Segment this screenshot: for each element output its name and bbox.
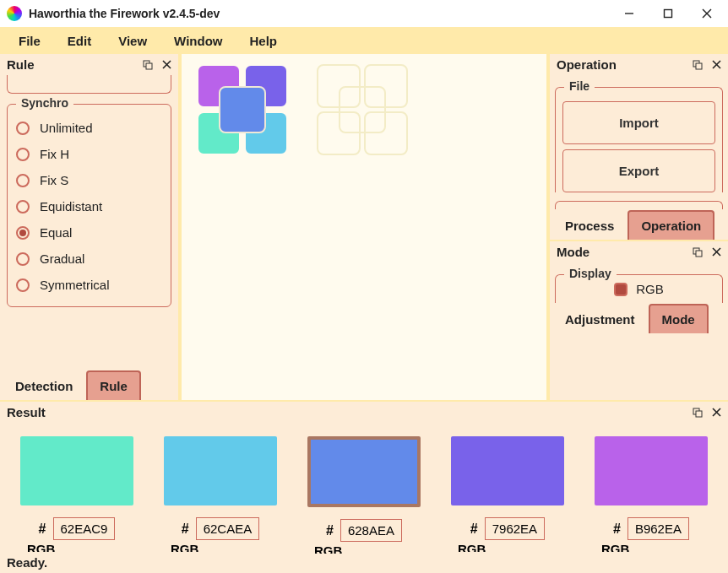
radio-unlimited[interactable]: Unlimited [16, 115, 162, 141]
result-swatch[interactable]: #628AEARGB [307, 436, 421, 554]
close-icon[interactable] [709, 406, 723, 419]
radio-label: Gradual [40, 251, 84, 266]
swatch-color[interactable] [595, 436, 708, 505]
window-title: Haworthia the Firework v2.4.5-dev [29, 7, 220, 20]
titlebar: Haworthia the Firework v2.4.5-dev [0, 0, 728, 27]
hex-input[interactable]: 62CAEA [196, 517, 260, 540]
swatch-color[interactable] [164, 436, 277, 505]
result-panel-title: Result [7, 405, 686, 419]
hash-label: # [470, 522, 478, 537]
file-legend: File [564, 79, 595, 93]
fieldset-cut-top [7, 75, 171, 94]
dock-icon[interactable] [691, 406, 704, 419]
format-label-cut: RGB [307, 543, 342, 554]
synchro-legend: Synchro [16, 96, 73, 110]
radio-label: Fix H [40, 147, 69, 161]
radio-label: Symmetrical [40, 278, 110, 292]
menu-help[interactable]: Help [237, 30, 289, 51]
svg-rect-5 [146, 63, 152, 69]
hash-label: # [326, 523, 334, 538]
rule-panel-title: Rule [7, 57, 136, 72]
radio-icon [16, 200, 30, 214]
radio-label: Equal [40, 225, 72, 240]
hash-label: # [182, 522, 189, 537]
tab-operation[interactable]: Operation [627, 210, 714, 240]
menubar: File Edit View Window Help [0, 27, 728, 54]
color-wheel[interactable] [193, 64, 303, 159]
status-bar: Ready. [0, 554, 728, 573]
wheel-swatch-center[interactable] [219, 86, 266, 133]
format-label-cut: RGB [20, 542, 55, 552]
format-label-cut: RGB [595, 542, 629, 552]
svg-line-2 [703, 9, 711, 18]
radio-fix-s[interactable]: Fix S [16, 167, 162, 193]
radio-equidistant[interactable]: Equidistant [16, 193, 162, 219]
ghost-swatch-center[interactable] [339, 86, 386, 133]
radio-icon [16, 148, 30, 161]
radio-icon [16, 278, 30, 292]
tab-process[interactable]: Process [553, 212, 626, 240]
mode-panel-header: Mode [550, 240, 728, 262]
hex-input[interactable]: 628AEA [340, 519, 402, 542]
svg-rect-13 [696, 251, 702, 257]
mode-panel-title: Mode [557, 245, 686, 259]
hex-input[interactable]: 62EAC9 [53, 517, 116, 540]
export-button[interactable]: Export [562, 149, 715, 192]
result-swatch[interactable]: #B962EARGB [595, 436, 708, 554]
radio-symmetrical[interactable]: Symmetrical [16, 272, 162, 298]
tab-detection[interactable]: Detection [3, 372, 84, 400]
result-swatch[interactable]: #62CAEARGB [164, 436, 277, 554]
result-swatch[interactable]: #7962EARGB [451, 436, 564, 554]
swatch-color[interactable] [307, 436, 421, 507]
maximize-button[interactable] [649, 2, 687, 25]
hex-input[interactable]: 7962EA [485, 517, 545, 540]
radio-label: Fix S [40, 173, 68, 187]
format-label-cut: RGB [164, 542, 198, 552]
app-icon [7, 6, 22, 21]
hash-label: # [613, 522, 621, 537]
swatch-color[interactable] [20, 436, 133, 505]
radio-label: Equidistant [40, 199, 102, 214]
mode-tabstrip: Adjustment Mode [550, 303, 728, 333]
tab-mode[interactable]: Mode [649, 304, 709, 333]
svg-line-3 [703, 9, 711, 18]
hash-label: # [39, 522, 46, 537]
display-legend: Display [564, 267, 617, 280]
rule-tabstrip: Detection Rule [0, 370, 178, 400]
display-fieldset: Display RGB [555, 274, 723, 303]
color-wheel-ghost[interactable] [313, 64, 423, 159]
radio-icon [16, 226, 30, 240]
menu-view[interactable]: View [106, 30, 159, 51]
dock-icon[interactable] [691, 58, 704, 72]
operation-panel-header: Operation [550, 54, 728, 75]
hex-input[interactable]: B962EA [627, 517, 689, 540]
canvas-area[interactable] [182, 54, 546, 400]
close-icon[interactable] [709, 246, 723, 259]
close-icon[interactable] [160, 58, 173, 72]
tab-adjustment[interactable]: Adjustment [553, 305, 647, 333]
radio-icon [16, 252, 30, 266]
tab-rule[interactable]: Rule [86, 370, 141, 400]
minimize-button[interactable] [610, 2, 649, 25]
operation-tabstrip: Process Operation [550, 209, 728, 240]
menu-edit[interactable]: Edit [56, 30, 103, 51]
menu-window[interactable]: Window [162, 30, 234, 51]
import-button[interactable]: Import [562, 101, 715, 144]
dock-icon[interactable] [141, 58, 155, 72]
menu-file[interactable]: File [7, 30, 52, 51]
result-panel-header: Result [0, 402, 728, 423]
svg-rect-17 [696, 411, 702, 417]
radio-gradual[interactable]: Gradual [16, 246, 162, 272]
close-button[interactable] [687, 2, 726, 25]
close-icon[interactable] [709, 58, 723, 72]
operation-panel-title: Operation [557, 57, 686, 72]
radio-fix-h[interactable]: Fix H [16, 141, 162, 167]
format-label-cut: RGB [451, 542, 486, 552]
rule-panel-header: Rule [0, 54, 178, 75]
swatch-color[interactable] [451, 436, 564, 505]
checkbox-icon [614, 283, 627, 296]
radio-equal[interactable]: Equal [16, 219, 162, 246]
radio-icon [16, 174, 30, 187]
result-swatch[interactable]: #62EAC9RGB [20, 436, 133, 554]
dock-icon[interactable] [691, 246, 704, 259]
